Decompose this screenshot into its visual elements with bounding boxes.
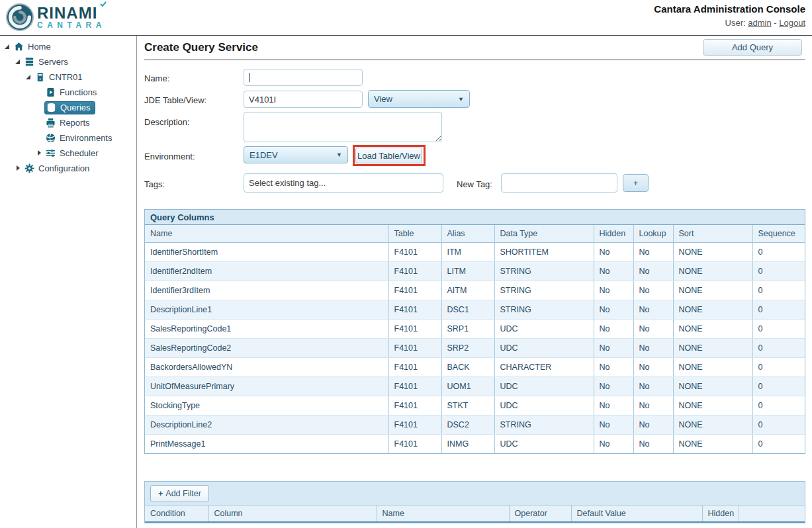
home-icon bbox=[14, 42, 25, 52]
filter-header-name[interactable]: Name bbox=[377, 505, 509, 522]
table-cell: UOM1 bbox=[441, 376, 494, 396]
table-row[interactable]: SalesReportingCode2F4101SRP2UDCNoNoNONE0 bbox=[145, 338, 805, 357]
sidebar-item-body[interactable]: Queries bbox=[44, 101, 95, 114]
table-cell: PrintMessage1 bbox=[145, 434, 388, 453]
name-input[interactable] bbox=[244, 69, 363, 86]
logout-link[interactable]: Logout bbox=[779, 18, 805, 28]
table-cell: F4101 bbox=[388, 396, 441, 415]
column-header-sort[interactable]: Sort bbox=[673, 225, 752, 242]
table-cell: 0 bbox=[752, 376, 805, 396]
tree-toggle-open-icon[interactable] bbox=[24, 72, 34, 82]
sidebar-item-functions[interactable]: Functions bbox=[0, 85, 136, 100]
column-header-table[interactable]: Table bbox=[388, 225, 441, 242]
columns-header-row: NameTableAliasData TypeHiddenLookupSortS… bbox=[145, 225, 805, 242]
filter-header-operator[interactable]: Operator bbox=[509, 505, 571, 522]
main-content: Create Query Service Add Query Name: JDE… bbox=[138, 36, 812, 528]
tree-toggle-open-icon[interactable] bbox=[3, 42, 13, 52]
tree-toggle-closed-icon[interactable] bbox=[13, 163, 23, 173]
table-cell: NONE bbox=[673, 357, 752, 376]
table-row[interactable]: PrintMessage1F4101INMGUDCNoNoNONE0 bbox=[145, 434, 805, 453]
configuration-icon bbox=[24, 163, 36, 174]
table-row[interactable]: StockingTypeF4101STKTUDCNoNoNONE0 bbox=[145, 396, 805, 415]
sidebar-item-body[interactable]: Functions bbox=[44, 86, 100, 99]
column-header-sequence[interactable]: Sequence bbox=[752, 225, 805, 242]
add-filter-button[interactable]: +Add Filter bbox=[150, 485, 209, 502]
tree-toggle-open-icon[interactable] bbox=[13, 57, 23, 67]
console-title: Cantara Administration Console bbox=[654, 3, 805, 15]
jde-table-view-input[interactable] bbox=[244, 91, 363, 108]
sidebar-item-body[interactable]: Environments bbox=[44, 132, 115, 145]
new-tag-input[interactable] bbox=[501, 173, 617, 193]
sidebar-item-configuration[interactable]: Configuration bbox=[0, 161, 136, 176]
table-cell: No bbox=[594, 396, 633, 415]
sidebar-item-label: Queries bbox=[60, 103, 91, 112]
description-textarea[interactable] bbox=[244, 112, 442, 142]
sidebar-tree: HomeServersCNTR01FunctionsQueriesReports… bbox=[0, 36, 137, 528]
tags-label: Tags: bbox=[144, 179, 165, 189]
table-cell: 0 bbox=[752, 261, 805, 281]
table-cell: F4101 bbox=[388, 434, 441, 453]
table-cell: No bbox=[594, 242, 633, 261]
filter-header-condition[interactable]: Condition bbox=[145, 505, 208, 522]
sidebar-item-body[interactable]: Reports bbox=[44, 116, 93, 130]
filter-header-hidden[interactable]: Hidden bbox=[702, 505, 739, 522]
table-cell: IdentifierShortItem bbox=[145, 242, 388, 261]
sidebar-item-body[interactable]: Home bbox=[13, 40, 54, 54]
environment-dropdown[interactable]: E1DEV ▼ bbox=[244, 146, 348, 163]
view-type-dropdown[interactable]: View ▼ bbox=[368, 90, 470, 108]
sidebar-item-label: Home bbox=[28, 42, 51, 52]
sidebar-item-body[interactable]: Servers bbox=[23, 56, 71, 69]
brand-line2: CANTARA bbox=[37, 21, 106, 30]
filter-header-column[interactable]: Column bbox=[208, 505, 377, 522]
table-row[interactable]: DescriptionLine2F4101DSC2STRINGNoNoNONE0 bbox=[145, 415, 805, 434]
sidebar-item-reports[interactable]: Reports bbox=[0, 115, 136, 130]
tree-toggle-closed-icon[interactable] bbox=[34, 148, 44, 158]
table-cell: SalesReportingCode1 bbox=[145, 319, 388, 338]
table-cell: 0 bbox=[752, 396, 805, 415]
jde-table-view-label: JDE Table/View: bbox=[144, 95, 206, 105]
filter-panel: +Add Filter ConditionColumnNameOperatorD… bbox=[144, 481, 805, 523]
table-cell: CHARACTER bbox=[494, 357, 594, 376]
sidebar-item-body[interactable]: Configuration bbox=[23, 162, 93, 175]
table-cell: Identifier2ndItem bbox=[145, 261, 388, 281]
table-cell: STRING bbox=[494, 415, 594, 434]
table-row[interactable]: SalesReportingCode1F4101SRP1UDCNoNoNONE0 bbox=[145, 319, 805, 338]
table-cell: LITM bbox=[441, 261, 494, 281]
sidebar-item-environments[interactable]: Environments bbox=[0, 130, 136, 146]
app-window: RINAMI CANTARA Cantara Administration Co… bbox=[0, 0, 812, 528]
query-columns-table: NameTableAliasData TypeHiddenLookupSortS… bbox=[145, 225, 805, 453]
table-row[interactable]: Identifier3rdItemF4101AITMSTRINGNoNoNONE… bbox=[145, 281, 805, 300]
table-cell: F4101 bbox=[388, 300, 441, 319]
table-row[interactable]: UnitOfMeasurePrimaryF4101UOM1UDCNoNoNONE… bbox=[145, 376, 805, 396]
column-header-lookup[interactable]: Lookup bbox=[633, 225, 673, 242]
add-tag-button[interactable]: + bbox=[623, 174, 649, 192]
brand-accent-icon bbox=[100, 1, 107, 7]
filter-header-empty[interactable] bbox=[739, 505, 805, 522]
table-row[interactable]: DescriptionLine1F4101DSC1STRINGNoNoNONE0 bbox=[145, 300, 805, 319]
table-row[interactable]: Identifier2ndItemF4101LITMSTRINGNoNoNONE… bbox=[145, 261, 805, 281]
columns-tbody: IdentifierShortItemF4101ITMSHORTITEMNoNo… bbox=[145, 242, 805, 453]
column-header-alias[interactable]: Alias bbox=[441, 225, 494, 242]
load-table-view-button[interactable]: Load Table/View bbox=[355, 148, 422, 163]
sidebar-item-servers[interactable]: Servers bbox=[0, 54, 136, 69]
table-cell: BACK bbox=[441, 357, 494, 376]
table-row[interactable]: BackordersAllowedYNF4101BACKCHARACTERNoN… bbox=[145, 357, 805, 376]
sidebar-item-body[interactable]: Scheduler bbox=[44, 147, 102, 160]
username-link[interactable]: admin bbox=[748, 18, 771, 28]
toggle-spacer bbox=[34, 118, 44, 128]
sidebar-item-queries[interactable]: Queries bbox=[0, 100, 136, 115]
sidebar-item-body[interactable]: CNTR01 bbox=[34, 71, 86, 84]
column-header-hidden[interactable]: Hidden bbox=[594, 225, 633, 242]
filter-header-default-value[interactable]: Default Value bbox=[571, 505, 702, 522]
sidebar-item-scheduler[interactable]: Scheduler bbox=[0, 146, 136, 161]
title-divider bbox=[144, 60, 805, 60]
add-query-button[interactable]: Add Query bbox=[703, 39, 802, 56]
column-header-data-type[interactable]: Data Type bbox=[494, 225, 594, 242]
column-header-name[interactable]: Name bbox=[145, 225, 388, 242]
sidebar-item-cntr01[interactable]: CNTR01 bbox=[0, 69, 136, 85]
table-cell: NONE bbox=[673, 338, 752, 357]
table-cell: STKT bbox=[441, 396, 494, 415]
tags-input[interactable] bbox=[244, 173, 443, 193]
table-row[interactable]: IdentifierShortItemF4101ITMSHORTITEMNoNo… bbox=[145, 242, 805, 261]
sidebar-item-home[interactable]: Home bbox=[0, 39, 136, 54]
